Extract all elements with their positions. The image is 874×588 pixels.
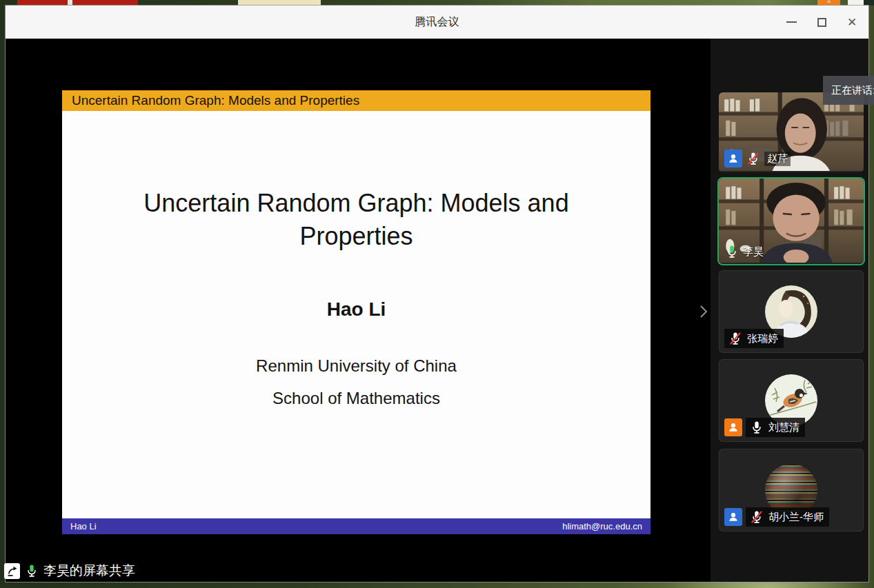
window-controls: ✕ (784, 6, 859, 39)
person-icon (727, 152, 739, 165)
mic-on-icon (749, 420, 764, 435)
participant-tile[interactable]: 刘慧清 (719, 359, 864, 442)
slide-header-bar: Uncertain Random Graph: Models and Prope… (62, 90, 650, 111)
person-icon (727, 421, 739, 434)
tray-arrow-sliver: ^ (817, 0, 840, 6)
participant-name: 张瑞婷 (747, 332, 778, 345)
participant-tile[interactable]: 胡小兰-华师 (719, 449, 864, 531)
participant-name: 赵芹 (764, 152, 791, 166)
participant-name: 李昊 (743, 245, 764, 258)
screen-share-icon (4, 563, 20, 579)
window-title: 腾讯会议 (6, 6, 868, 39)
share-banner-text: 李昊的屏幕共享 (43, 562, 135, 580)
meeting-app-window: ^ 腾讯会议 ✕ Uncertain Random Graph: Models … (0, 0, 874, 588)
speaking-indicator-tooltip: 正在讲话: (823, 76, 874, 105)
slide-footer-bar: Hao Li hlimath@ruc.edu.cn (62, 518, 650, 534)
name-label: 刘慧清 (746, 418, 805, 437)
maximize-icon (817, 18, 826, 27)
minimize-icon (786, 21, 797, 23)
mic-muted-icon (746, 151, 761, 166)
participant-name-row: 李昊 (724, 244, 764, 259)
background-window-sliver (864, 0, 874, 6)
slide-footer-author: Hao Li (70, 518, 97, 534)
shared-screen-slide: Uncertain Random Graph: Models and Prope… (62, 90, 650, 534)
participant-tile[interactable]: 张瑞婷 (719, 270, 864, 353)
slide-author: Hao Li (62, 298, 650, 321)
desktop-background-sliver: ^ (0, 0, 874, 6)
screen-share-status-banner: 李昊的屏幕共享 (4, 561, 135, 580)
background-window-sliver (238, 0, 321, 6)
close-button[interactable]: ✕ (845, 15, 859, 29)
person-icon (727, 511, 739, 523)
background-window-sliver (17, 0, 138, 6)
slide-footer-email: hlimath@ruc.edu.cn (562, 518, 642, 534)
participant-tile-active-speaker[interactable]: 李昊 (719, 179, 864, 264)
affiliation-line-1: Renmin University of China (62, 358, 650, 374)
name-label: 胡小兰-华师 (746, 507, 829, 527)
participant-name-row: 张瑞婷 (724, 329, 784, 348)
host-person-badge (724, 418, 742, 436)
minimize-button[interactable] (784, 15, 798, 29)
background-window-sliver (848, 0, 864, 6)
slide-affiliation: Renmin University of China School of Mat… (62, 358, 650, 407)
host-person-badge (724, 508, 742, 526)
name-label: 张瑞婷 (724, 329, 784, 348)
chevron-right-icon (695, 302, 712, 321)
mic-muted-icon (749, 509, 764, 525)
host-person-badge (724, 150, 742, 168)
slide-main-title: Uncertain Random Graph: Models and Prope… (62, 187, 650, 252)
mic-muted-icon (728, 331, 743, 346)
participant-name-row: 赵芹 (724, 150, 791, 168)
participant-name-row: 胡小兰-华师 (724, 507, 829, 527)
mic-on-icon (724, 244, 739, 259)
affiliation-line-2: School of Mathematics (62, 390, 650, 407)
mic-on-icon (24, 563, 39, 578)
participant-name: 胡小兰-华师 (768, 511, 824, 524)
maximize-button[interactable] (815, 15, 828, 29)
sidebar-collapse-chevron[interactable] (695, 302, 712, 321)
participant-name-row: 刘慧清 (724, 418, 805, 437)
window-titlebar[interactable]: 腾讯会议 ✕ (6, 6, 868, 39)
participant-name: 刘慧清 (768, 421, 799, 434)
